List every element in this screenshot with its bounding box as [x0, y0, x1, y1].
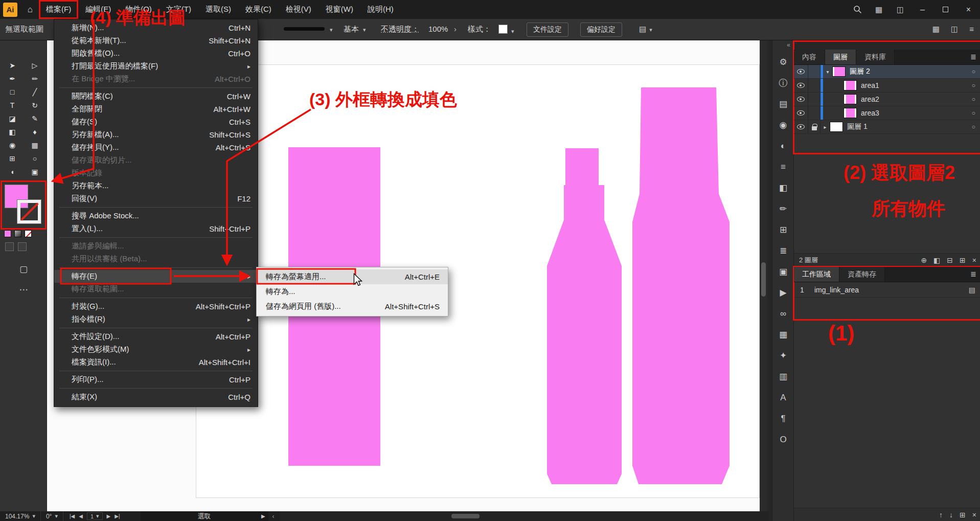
layers-tab-1[interactable]: 圖層 [825, 50, 856, 64]
layer-row-1[interactable]: area1○ [794, 79, 980, 93]
none-button[interactable] [25, 230, 32, 237]
file-menu-item-4[interactable]: 在 Bridge 中瀏覽...Alt+Ctrl+O [54, 73, 258, 85]
artboards-tab-0[interactable]: 工作區域 [794, 267, 839, 282]
file-menu-item-9[interactable]: 儲存拷貝(Y)...Alt+Ctrl+S [54, 141, 258, 154]
lock-toggle[interactable] [808, 65, 821, 78]
gradient-button[interactable] [14, 230, 21, 237]
last-artboard-button[interactable]: ▶| [115, 513, 120, 519]
horizontal-scrollbar-thumb[interactable] [451, 514, 480, 518]
isolate-selection-dropdown[interactable]: ▤ ▾ [639, 25, 652, 34]
menubar-item-4[interactable]: 選取(S) [198, 0, 238, 19]
visibility-toggle[interactable] [794, 79, 808, 92]
search-icon[interactable] [847, 0, 868, 19]
file-menu-item-5[interactable]: 關閉檔案(C)Ctrl+W [54, 90, 258, 103]
graphic-styles-panel-icon[interactable]: ▣ [772, 261, 794, 282]
appearance-panel-icon[interactable]: ≣ [772, 240, 794, 261]
file-menu-item-23[interactable]: 文件色彩模式(M)▸ [54, 343, 258, 356]
file-menu-item-2[interactable]: 開啟舊檔(O)...Ctrl+O [54, 47, 258, 60]
first-artboard-button[interactable]: |◀ [70, 513, 75, 519]
info-panel-icon[interactable]: ⓘ [772, 73, 794, 94]
new-artboard-icon[interactable]: ⊞ [960, 511, 966, 519]
file-menu-item-24[interactable]: 檔案資訊(I)...Alt+Shift+Ctrl+I [54, 356, 258, 369]
preferences-button[interactable]: 偏好設定 [580, 22, 622, 37]
properties-panel-icon[interactable]: ⚙ [772, 52, 794, 73]
layers-tab-0[interactable]: 內容 [794, 50, 825, 64]
zoom-dropdown[interactable]: 104.17% ▾ [0, 511, 41, 521]
edit-toolbar-button[interactable]: ⋯ [0, 284, 47, 295]
crop-tool[interactable]: ▣ [24, 165, 46, 178]
visibility-toggle[interactable] [794, 65, 808, 78]
paragraph-panel-icon[interactable]: ¶ [772, 408, 794, 429]
chevron-down-icon[interactable]: ▾ [511, 26, 514, 35]
brush-definition-dropdown[interactable]: 基本 ▾ [344, 25, 366, 34]
opentype-panel-icon[interactable]: O [772, 429, 794, 450]
delete-layer-icon[interactable]: × [972, 256, 976, 264]
gradient-panel-icon[interactable]: ◐ [772, 135, 794, 156]
make-clipping-mask-icon[interactable]: ◧ [933, 256, 940, 264]
file-menu-item-26[interactable]: 結束(X)Ctrl+Q [54, 391, 258, 403]
artboard-row-0[interactable]: 1img_link_area▤ [794, 282, 980, 298]
visibility-toggle[interactable] [794, 120, 808, 133]
hand-tool[interactable]: ◖ [1, 165, 24, 178]
export-submenu-item-0[interactable]: 轉存為螢幕適用...Alt+Ctrl+E [257, 269, 448, 284]
export-submenu-item-1[interactable]: 轉存為... [257, 284, 448, 299]
layer-row-4[interactable]: ▸圖層 1○ [794, 120, 980, 134]
horizontal-scrollbar[interactable] [280, 511, 769, 521]
file-menu-item-10[interactable]: 儲存選取的切片... [54, 154, 258, 167]
chevron-down-icon[interactable]: ▾ [823, 69, 832, 75]
layer-row-2[interactable]: area2○ [794, 93, 980, 106]
effects-panel-icon[interactable]: ✦ [772, 345, 794, 366]
direct-selection-tool[interactable]: ▷ [24, 59, 46, 72]
links-panel-icon[interactable]: ∞ [772, 303, 794, 324]
panel-menu-icon[interactable]: ≡ [969, 25, 974, 34]
document-setup-button[interactable]: 文件設定 [527, 22, 568, 37]
arrange-documents-icon[interactable]: ◫ [890, 0, 911, 19]
target-circle-icon[interactable]: ○ [972, 109, 975, 117]
vertical-scrollbar[interactable] [760, 40, 767, 511]
status-tool-indicator[interactable]: 選取 ▶ [141, 511, 268, 521]
eraser-tool[interactable]: ◪ [1, 112, 24, 125]
artboards-panel-menu-icon[interactable]: ≣ [970, 270, 976, 278]
stroke-style-dropdown[interactable]: ▾ [284, 25, 333, 33]
file-menu-item-8[interactable]: 另存新檔(A)...Shift+Ctrl+S [54, 128, 258, 141]
screen-mode-button[interactable]: ▢ [0, 264, 47, 275]
chevron-right-icon[interactable]: ▸ [821, 124, 830, 130]
file-menu-item-15[interactable]: 置入(L)...Shift+Ctrl+P [54, 222, 258, 235]
mesh-tool[interactable]: ▦ [24, 139, 46, 152]
target-circle-icon[interactable]: ○ [972, 82, 975, 89]
next-artboard-button[interactable]: ▶ [107, 513, 111, 519]
file-menu-item-25[interactable]: 列印(P)...Ctrl+P [54, 373, 258, 386]
file-menu-item-21[interactable]: 指令檔(R)▸ [54, 313, 258, 326]
locate-object-icon[interactable]: ⊕ [921, 256, 927, 264]
new-sublayer-icon[interactable]: ⊟ [947, 256, 953, 264]
color-panel-icon[interactable]: ◉ [772, 115, 794, 135]
file-menu-item-22[interactable]: 文件設定(D)...Alt+Ctrl+P [54, 330, 258, 343]
lock-toggle[interactable] [808, 120, 821, 133]
file-menu-item-1[interactable]: 從範本新增(T)...Shift+Ctrl+N [54, 34, 258, 47]
file-menu-item-19[interactable]: 轉存選取範圍... [54, 283, 258, 296]
transparency-panel-icon[interactable]: ▥ [772, 366, 794, 387]
file-menu-item-18[interactable]: 轉存(E)▸ [54, 270, 258, 283]
symbols-panel-icon[interactable]: ⊞ [772, 219, 794, 240]
pattern-options-panel-icon[interactable]: ▦ [772, 324, 794, 345]
app-logo[interactable]: Ai [3, 3, 17, 17]
color-button[interactable] [4, 230, 11, 237]
pen-tool[interactable]: ✒ [1, 72, 24, 85]
actions-panel-icon[interactable]: ▶ [772, 282, 794, 303]
home-icon[interactable]: ⌂ [21, 5, 39, 15]
character-panel-icon[interactable]: A [772, 387, 794, 408]
rotation-dropdown[interactable]: 0° ▾ [41, 511, 63, 521]
rectangle-tool[interactable]: □ [1, 85, 24, 99]
selection-tool[interactable]: ➤ [1, 59, 24, 72]
menubar-item-5[interactable]: 效果(C) [238, 0, 279, 19]
file-menu-item-7[interactable]: 儲存(S)Ctrl+S [54, 116, 258, 128]
curvature-tool[interactable]: ✏ [24, 72, 46, 85]
menubar-item-0[interactable]: 檔案(F) [39, 0, 78, 19]
previous-artboard-button[interactable]: ◀ [79, 513, 83, 519]
file-menu-item-6[interactable]: 全部關閉Alt+Ctrl+W [54, 103, 258, 116]
workspace-switcher-icon[interactable]: ▦ [868, 0, 890, 19]
stroke-color-swatch[interactable] [17, 200, 41, 223]
style-swatch[interactable] [498, 24, 508, 34]
brushes-panel-icon[interactable]: ✏ [772, 198, 794, 219]
export-submenu-item-2[interactable]: 儲存為網頁用 (舊版)...Alt+Shift+Ctrl+S [257, 299, 448, 314]
